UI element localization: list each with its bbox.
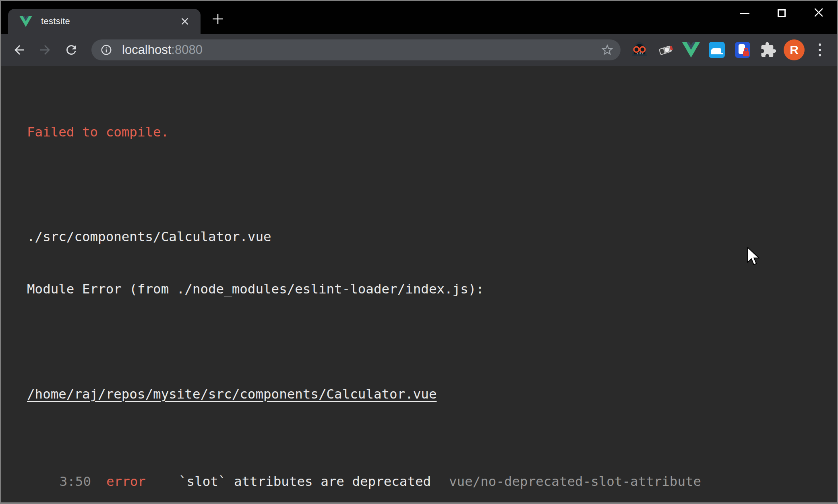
three-dots-icon [819,43,821,56]
extension-password-lock-button[interactable] [730,37,755,63]
password-lock-icon [734,41,751,59]
source-file-path: /home/raj/repos/mysite/src/components/Ca… [27,386,437,402]
url-text: localhost:8080 [122,43,203,57]
extension-vue-devtools-button[interactable] [678,37,704,63]
vue-devtools-icon [682,42,700,58]
chrome-menu-button[interactable] [807,37,833,63]
tab-close-icon[interactable] [179,15,191,27]
close-window-button[interactable] [800,1,837,26]
profile-avatar: R [784,39,805,60]
browser-window: testsite [0,0,838,504]
issue-severity: error [106,473,179,490]
issues-list: 3:50 error `slot` attributes are depreca… [27,438,837,504]
back-button[interactable] [10,40,29,60]
module-file: ./src/components/Calculator.vue [27,228,837,246]
new-tab-button[interactable] [206,8,230,31]
forward-button[interactable] [35,40,55,60]
maximize-button[interactable] [763,1,800,26]
minimize-icon [740,13,749,14]
url-port: :8080 [171,43,203,57]
puzzle-icon [760,41,777,58]
module-error-text: Module Error (from ./node_modules/eslint… [27,281,837,298]
plus-icon [211,12,225,27]
vue-favicon-icon [19,15,32,28]
forward-arrow-icon [38,43,52,57]
profile-button[interactable]: R [781,37,807,63]
extensions-area: R [627,37,833,63]
browser-toolbar: localhost:8080 [1,34,837,66]
issue-message: `slot` attributes are deprecated [179,473,449,490]
bookmark-button[interactable] [600,43,614,57]
extensions-menu-button[interactable] [755,37,781,63]
vader-glasses-icon [630,41,649,59]
info-icon [100,44,112,56]
extension-vader-button[interactable] [627,37,652,63]
browser-tab[interactable]: testsite [8,9,201,34]
tab-title: testsite [41,16,179,27]
clipper-tool-icon [656,41,675,59]
blue-page-icon [708,41,726,59]
error-overlay: Failed to compile. ./src/components/Calc… [1,66,837,503]
extension-blue-page-button[interactable] [704,37,730,63]
minimize-button[interactable] [726,1,763,26]
site-info-button[interactable] [100,44,112,56]
address-bar[interactable]: localhost:8080 [91,39,621,60]
close-icon [813,7,824,19]
window-controls [726,1,837,26]
issue-rule: vue/no-deprecated-slot-attribute [449,473,701,490]
maximize-icon [778,9,786,17]
issue-location: 3:50 [27,473,91,490]
back-arrow-icon [12,43,27,57]
extension-clipper-button[interactable] [652,37,678,63]
star-outline-icon [600,43,614,57]
compile-error-title: Failed to compile. [27,124,837,141]
url-host: localhost [122,43,171,57]
tab-strip: testsite [1,1,837,34]
reload-icon [64,43,79,57]
issue-row: 3:50 error `slot` attributes are depreca… [27,473,837,490]
reload-button[interactable] [62,40,81,60]
